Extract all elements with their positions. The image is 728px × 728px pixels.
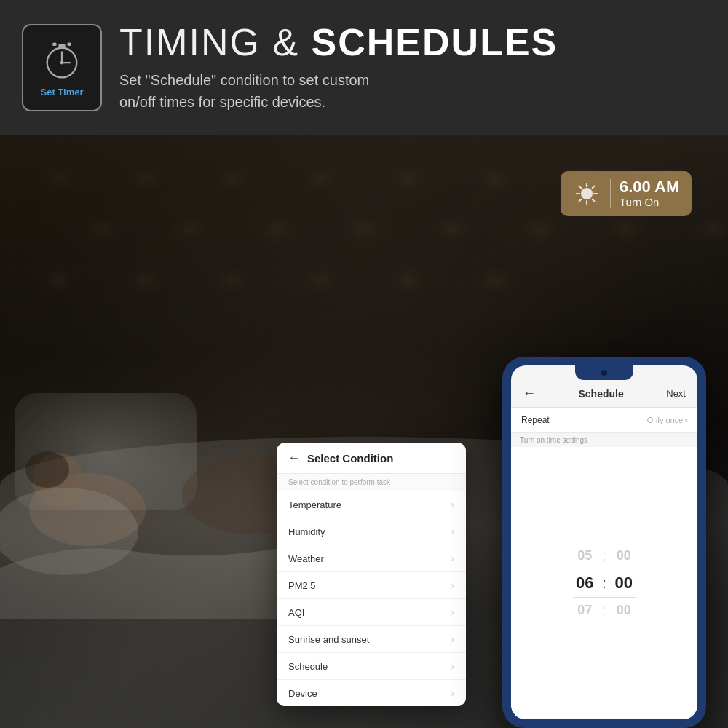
condition-item-label: Sunrise and sunset xyxy=(288,634,369,645)
phone-time-section: 05 : 00 06 : 00 07 : 00 xyxy=(511,447,697,719)
header: Set Timer TIMING & SCHEDULES Set "Schedu… xyxy=(0,0,728,135)
page-subtitle: Set "Schedule" condition to set custom o… xyxy=(119,69,706,113)
condition-item-arrow: › xyxy=(451,553,454,564)
condition-item-arrow: › xyxy=(451,687,454,699)
condition-item-label: Temperature xyxy=(288,499,341,510)
phone-next-button[interactable]: Next xyxy=(666,388,686,399)
phone-screen: ← Schedule Next Repeat Only once › Turn … xyxy=(511,365,697,719)
condition-item-label: AQI xyxy=(288,607,304,618)
badge-divider xyxy=(610,179,611,208)
condition-item[interactable]: Device › xyxy=(277,680,466,706)
select-condition-card: ← Select Condition Select condition to p… xyxy=(277,443,466,706)
phone-time-row[interactable]: 06 : 00 xyxy=(573,569,636,598)
sun-icon xyxy=(572,179,601,208)
main-area: 6.00 AM Turn On ← Select Condition Selec… xyxy=(0,135,728,728)
phone-nav-title: Schedule xyxy=(579,388,624,400)
subtitle-line2: on/off times for specific devices. xyxy=(119,94,325,110)
card-back-button[interactable]: ← xyxy=(288,451,300,464)
phone-repeat-row: Repeat Only once › xyxy=(511,408,697,433)
timer-icon-box: Set Timer xyxy=(22,24,102,111)
condition-item-arrow: › xyxy=(451,660,454,672)
svg-rect-4 xyxy=(52,42,57,46)
svg-line-55 xyxy=(593,199,595,202)
title-plain: TIMING & xyxy=(119,21,312,63)
phone-time-minute: 00 xyxy=(612,574,636,593)
svg-line-54 xyxy=(579,186,582,189)
phone-time-hour: 06 xyxy=(573,574,596,593)
time-badge: 6.00 AM Turn On xyxy=(561,171,692,216)
svg-line-57 xyxy=(579,199,582,202)
phone-back-button[interactable]: ← xyxy=(523,386,536,401)
condition-item-label: Weather xyxy=(288,553,324,564)
badge-time: 6.00 AM xyxy=(620,178,679,196)
phone-time-rows: 05 : 00 06 : 00 07 : 00 xyxy=(573,543,636,623)
condition-item[interactable]: Temperature › xyxy=(277,491,466,518)
condition-item[interactable]: Schedule › xyxy=(277,653,466,680)
condition-item-label: PM2.5 xyxy=(288,580,316,591)
condition-item-arrow: › xyxy=(451,606,454,618)
condition-item[interactable]: PM2.5 › xyxy=(277,572,466,599)
phone-time-hour: 07 xyxy=(573,603,596,618)
svg-point-49 xyxy=(581,188,593,199)
phone-time-colon: : xyxy=(602,575,606,592)
phone-top-bar: ← Schedule Next xyxy=(511,380,697,408)
card-subtitle: Select condition to perform task xyxy=(277,474,466,491)
condition-item-arrow: › xyxy=(451,633,454,645)
time-settings-label: Turn on time settings xyxy=(511,433,697,447)
condition-item-label: Schedule xyxy=(288,661,328,672)
condition-items-list: Temperature › Humidity › Weather › PM2.5… xyxy=(277,491,466,706)
phone-mockup: ← Schedule Next Repeat Only once › Turn … xyxy=(502,357,706,728)
repeat-value-text: Only once xyxy=(647,416,684,424)
phone-time-colon: : xyxy=(602,602,606,619)
repeat-value: Only once › xyxy=(647,416,687,424)
header-text: TIMING & SCHEDULES Set "Schedule" condit… xyxy=(119,22,706,113)
condition-item-arrow: › xyxy=(451,526,454,537)
condition-item[interactable]: AQI › xyxy=(277,599,466,626)
svg-line-56 xyxy=(593,186,595,189)
svg-point-58 xyxy=(586,185,588,187)
condition-item[interactable]: Humidity › xyxy=(277,518,466,545)
svg-rect-3 xyxy=(58,44,65,48)
phone-time-row: 07 : 00 xyxy=(573,598,636,623)
phone-time-row: 05 : 00 xyxy=(573,543,636,569)
page-title: TIMING & SCHEDULES xyxy=(119,22,706,63)
phone-time-hour: 05 xyxy=(573,548,596,563)
condition-item-arrow: › xyxy=(451,579,454,591)
condition-item-label: Humidity xyxy=(288,526,325,537)
phone-notch xyxy=(575,365,633,380)
phone-time-minute: 00 xyxy=(612,603,636,618)
title-bold: SCHEDULES xyxy=(312,21,558,63)
condition-item-label: Device xyxy=(288,688,317,699)
repeat-label: Repeat xyxy=(521,415,550,425)
card-title: Select Condition xyxy=(307,452,393,464)
timer-label: Set Timer xyxy=(40,87,83,98)
badge-action: Turn On xyxy=(620,196,679,209)
timer-icon xyxy=(40,37,84,81)
svg-point-6 xyxy=(60,61,64,65)
repeat-arrow: › xyxy=(684,416,687,424)
subtitle-line1: Set "Schedule" condition to set custom xyxy=(119,72,369,88)
phone-time-minute: 00 xyxy=(612,548,636,563)
condition-item[interactable]: Sunrise and sunset › xyxy=(277,626,466,653)
svg-rect-5 xyxy=(67,42,71,46)
phone-time-colon: : xyxy=(602,547,606,564)
condition-item-arrow: › xyxy=(451,499,454,510)
badge-text: 6.00 AM Turn On xyxy=(620,178,679,209)
card-header: ← Select Condition xyxy=(277,443,466,474)
condition-item[interactable]: Weather › xyxy=(277,545,466,572)
